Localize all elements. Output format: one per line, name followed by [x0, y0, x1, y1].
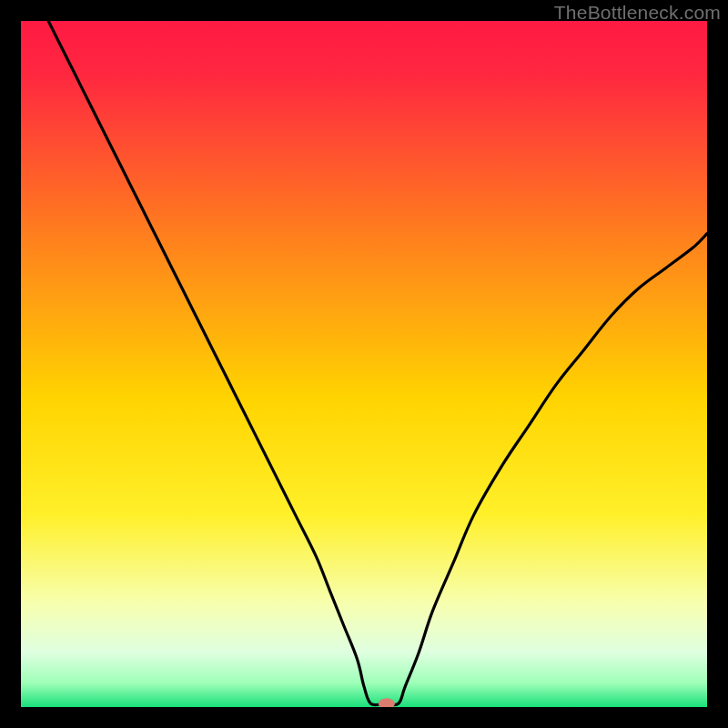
- gradient-background: [21, 21, 707, 707]
- watermark-text: TheBottleneck.com: [554, 2, 721, 24]
- bottleneck-chart: [21, 21, 707, 707]
- chart-frame: TheBottleneck.com: [0, 0, 728, 728]
